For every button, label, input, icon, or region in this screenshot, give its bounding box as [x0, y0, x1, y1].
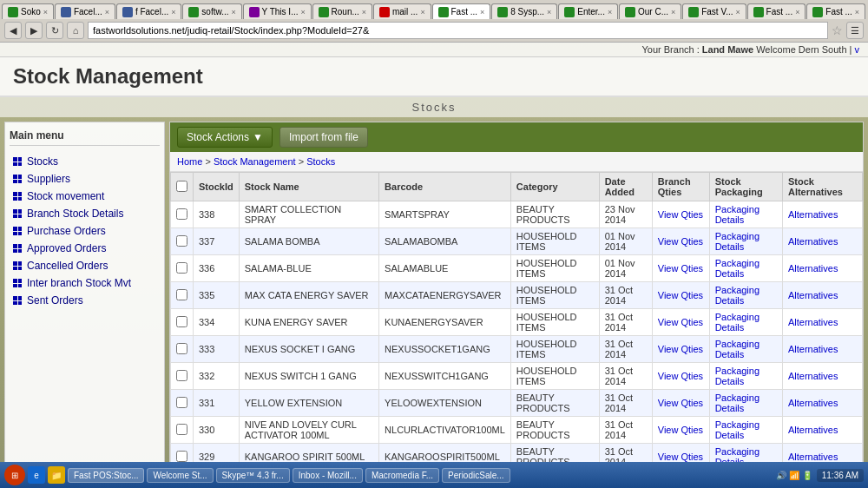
- home-button[interactable]: ⌂: [67, 22, 84, 39]
- row-checkbox[interactable]: [176, 424, 187, 435]
- tab-facebook2[interactable]: f Facel... ×: [116, 3, 181, 19]
- tab-enter[interactable]: Enter... ×: [558, 3, 618, 19]
- alternatives-link[interactable]: Alternatives: [788, 344, 838, 354]
- row-alternatives[interactable]: Alternatives: [782, 228, 862, 255]
- view-qties-link[interactable]: View Qties: [658, 317, 703, 327]
- row-alternatives[interactable]: Alternatives: [782, 363, 862, 390]
- packaging-details-link[interactable]: Packaging Details: [715, 339, 760, 359]
- tab-close[interactable]: ×: [480, 8, 484, 16]
- row-checkbox[interactable]: [176, 235, 187, 247]
- row-packaging[interactable]: Packaging Details: [709, 417, 782, 444]
- row-checkbox[interactable]: [176, 262, 187, 274]
- breadcrumb-home[interactable]: Home: [177, 156, 202, 167]
- tab-soko[interactable]: Soko ×: [2, 3, 54, 19]
- packaging-details-link[interactable]: Packaging Details: [715, 285, 760, 306]
- tab-close[interactable]: ×: [300, 8, 305, 16]
- reload-button[interactable]: ↻: [46, 22, 63, 39]
- view-qties-link[interactable]: View Qties: [658, 236, 703, 247]
- sidebar-item-suppliers[interactable]: Suppliers: [10, 170, 160, 188]
- sidebar-item-sent-orders[interactable]: Sent Orders: [10, 292, 160, 309]
- row-packaging[interactable]: Packaging Details: [709, 255, 782, 282]
- row-qties[interactable]: View Qties: [652, 363, 709, 390]
- row-checkbox[interactable]: [176, 370, 187, 381]
- tab-close[interactable]: ×: [671, 8, 675, 16]
- view-qties-link[interactable]: View Qties: [658, 371, 703, 381]
- row-checkbox[interactable]: [176, 289, 187, 300]
- sidebar-item-stocks[interactable]: Stocks: [10, 153, 160, 170]
- row-alternatives[interactable]: Alternatives: [782, 390, 862, 417]
- row-checkbox[interactable]: [176, 397, 187, 408]
- row-qties[interactable]: View Qties: [652, 336, 709, 363]
- view-qties-link[interactable]: View Qties: [658, 344, 703, 354]
- view-qties-link[interactable]: View Qties: [658, 209, 703, 220]
- row-checkbox[interactable]: [176, 316, 187, 327]
- row-packaging[interactable]: Packaging Details: [709, 282, 782, 309]
- start-button[interactable]: ⊞: [4, 465, 25, 485]
- packaging-details-link[interactable]: Packaging Details: [715, 204, 760, 225]
- tab-close[interactable]: ×: [547, 8, 551, 16]
- taskbar-folder-icon[interactable]: 📁: [48, 466, 65, 484]
- tab-fast-active[interactable]: Fast ... ×: [432, 3, 491, 19]
- tab-close[interactable]: ×: [231, 8, 235, 16]
- row-checkbox[interactable]: [176, 451, 187, 462]
- tab-mail[interactable]: mail ... ×: [373, 3, 431, 19]
- address-bar[interactable]: [88, 22, 828, 39]
- row-alternatives[interactable]: Alternatives: [782, 309, 862, 336]
- taskbar-item-macromedia[interactable]: Macromedia F...: [365, 468, 439, 483]
- row-alternatives[interactable]: Alternatives: [782, 255, 862, 282]
- row-qties[interactable]: View Qties: [652, 201, 709, 228]
- tab-facebook1[interactable]: Facel... ×: [55, 3, 115, 19]
- sidebar-item-stock-movement[interactable]: Stock movement: [10, 188, 160, 205]
- stock-actions-button[interactable]: Stock Actions ▼: [177, 127, 273, 148]
- row-qties[interactable]: View Qties: [652, 390, 709, 417]
- packaging-details-link[interactable]: Packaging Details: [715, 258, 760, 279]
- tab-close[interactable]: ×: [608, 8, 612, 16]
- alternatives-link[interactable]: Alternatives: [788, 425, 838, 435]
- bookmark-button[interactable]: ☆: [832, 23, 843, 37]
- taskbar-item-welcome[interactable]: Welcome St...: [147, 468, 213, 483]
- packaging-details-link[interactable]: Packaging Details: [715, 392, 760, 413]
- packaging-details-link[interactable]: Packaging Details: [715, 231, 760, 252]
- row-packaging[interactable]: Packaging Details: [709, 309, 782, 336]
- breadcrumb-stock-management[interactable]: Stock Management: [214, 156, 296, 167]
- tab-close[interactable]: ×: [43, 8, 48, 16]
- taskbar-item-periodic[interactable]: PeriodicSale...: [442, 468, 510, 483]
- taskbar-item-inbox[interactable]: Inbox - Mozill...: [293, 468, 363, 483]
- taskbar-ie-icon[interactable]: e: [28, 466, 45, 484]
- alternatives-link[interactable]: Alternatives: [788, 290, 838, 300]
- alternatives-link[interactable]: Alternatives: [788, 452, 838, 462]
- row-qties[interactable]: View Qties: [652, 255, 709, 282]
- row-alternatives[interactable]: Alternatives: [782, 336, 862, 363]
- view-qties-link[interactable]: View Qties: [658, 425, 703, 435]
- tab-roun[interactable]: Roun... ×: [312, 3, 372, 19]
- view-qties-link[interactable]: View Qties: [658, 398, 703, 408]
- tab-fast2[interactable]: Fast V... ×: [682, 3, 746, 19]
- menu-button[interactable]: ☰: [846, 22, 864, 39]
- row-packaging[interactable]: Packaging Details: [709, 336, 782, 363]
- tab-close[interactable]: ×: [855, 8, 859, 16]
- sidebar-item-branch-stock[interactable]: Branch Stock Details: [10, 205, 160, 222]
- sidebar-item-purchase-orders[interactable]: Purchase Orders: [10, 222, 160, 240]
- view-qties-link[interactable]: View Qties: [658, 452, 703, 462]
- row-packaging[interactable]: Packaging Details: [709, 390, 782, 417]
- import-from-file-button[interactable]: Import from file: [279, 127, 368, 148]
- alternatives-link[interactable]: Alternatives: [788, 398, 838, 408]
- row-checkbox[interactable]: [176, 208, 187, 220]
- alternatives-link[interactable]: Alternatives: [788, 371, 838, 381]
- select-all-checkbox[interactable]: [176, 181, 187, 192]
- taskbar-item-fast-pos[interactable]: Fast POS:Stoc...: [68, 468, 144, 483]
- row-qties[interactable]: View Qties: [652, 309, 709, 336]
- tab-close[interactable]: ×: [105, 8, 109, 16]
- tab-sysp[interactable]: 8 Sysp... ×: [491, 3, 557, 19]
- tab-softw[interactable]: softw... ×: [182, 3, 241, 19]
- forward-button[interactable]: ▶: [25, 22, 43, 39]
- tab-close[interactable]: ×: [736, 8, 740, 16]
- tab-close[interactable]: ×: [420, 8, 424, 16]
- alternatives-link[interactable]: Alternatives: [788, 317, 838, 327]
- packaging-details-link[interactable]: Packaging Details: [715, 366, 760, 386]
- user-link[interactable]: v: [855, 44, 860, 55]
- alternatives-link[interactable]: Alternatives: [788, 236, 838, 247]
- row-packaging[interactable]: Packaging Details: [709, 228, 782, 255]
- view-qties-link[interactable]: View Qties: [658, 263, 703, 274]
- row-alternatives[interactable]: Alternatives: [782, 282, 862, 309]
